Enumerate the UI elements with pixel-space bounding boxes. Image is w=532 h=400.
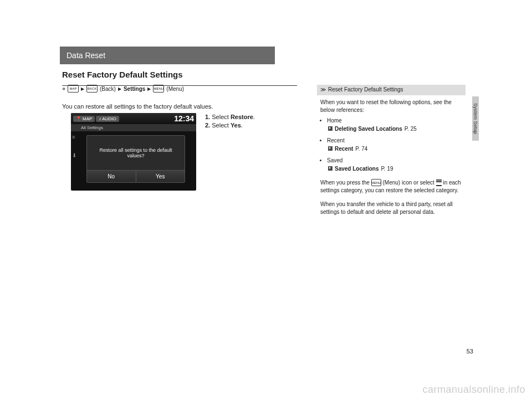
infotainment-side-controls: ≡ ⬇ [72,134,76,158]
step-text: Select [212,114,231,120]
infotainment-subheader: All Settings [71,124,196,131]
cursor-icon: ⌖ [62,85,65,93]
arrow-icon: ▶ [147,86,151,91]
list-item: Recent Recent P. 74 [327,137,462,153]
reference-link: Deleting Saved Locations P. 25 [327,125,462,134]
watermark: carmanualsonline.info [422,384,525,396]
step-target: Restore [231,114,253,120]
page-header-title: Data Reset [66,51,105,60]
step-target: Yes [231,122,241,129]
menu-text: (Menu) [166,86,184,92]
step-number: 1. [205,114,210,120]
tips-sidebar: ≫ Reset Factory Default Settings When yo… [317,85,466,222]
reference-link: Saved Locations P. 19 [327,165,462,173]
section-title: Reset Factory Default Settings [62,70,183,79]
instruction-steps: 1. Select Restore. 2. Select Yes. [205,113,255,130]
item-label: Saved [327,157,342,163]
hamburger-icon: ≡ [72,134,76,140]
infotainment-topbar: 📍MAP ♪AUDIO 12:34 [71,113,196,124]
arrow-icon: ▶ [81,86,84,91]
menu-button-icon: MENU [153,85,164,93]
infotainment-screenshot: 📍MAP ♪AUDIO 12:34 All Settings ≡ ⬇ Resto… [71,113,196,191]
ref-page: P. 74 [355,145,367,153]
step-number: 2. [205,122,210,129]
hamburger-icon-inline [436,180,442,186]
map-tab: 📍MAP [73,116,95,122]
step-1: 1. Select Restore. [205,113,255,121]
page-number: 53 [467,348,473,355]
tips-para-menu: When you press the MENU (Menu) icon or s… [320,179,462,195]
link-icon [328,166,332,171]
audio-tab: ♪AUDIO [96,116,119,122]
map-button-icon: MAP [68,85,79,93]
side-tab-label: System Setup [472,96,479,141]
list-item: Saved Saved Locations P. 19 [327,157,462,173]
ref-title: Deleting Saved Locations [335,125,402,134]
reference-link: Recent P. 74 [327,145,462,153]
item-label: Recent [327,137,345,143]
ref-page: P. 19 [381,165,393,173]
tips-title-bar: ≫ Reset Factory Default Settings [317,85,466,95]
dialog-message: Restore all settings to the default valu… [87,136,185,170]
down-arrow-icon: ⬇ [72,152,76,158]
arrow-icon: ▶ [118,86,121,91]
list-item: Home Deleting Saved Locations P. 25 [327,117,462,134]
page-header: Data Reset [60,47,275,64]
tips-body: When you want to reset the following opt… [317,95,466,217]
info-icon: ≫ [320,86,326,94]
step-text: Select [212,122,231,129]
yes-button[interactable]: Yes [136,171,185,182]
description-text: You can restore all settings to the fact… [62,103,213,110]
ref-title: Saved Locations [335,165,378,173]
no-button[interactable]: No [87,171,136,182]
menu-icon-inline: MENU [371,179,381,186]
tips-para-transfer: When you transfer the vehicle to a third… [320,201,462,217]
back-text: (Back) [100,86,116,92]
step-2: 2. Select Yes. [205,121,255,130]
tips-list: Home Deleting Saved Locations P. 25 Rece… [320,117,462,173]
item-label: Home [327,117,342,124]
ref-page: P. 25 [405,125,417,134]
page: Data Reset Reset Factory Default Setting… [0,0,532,400]
link-icon [328,146,332,151]
dialog-buttons: No Yes [87,170,185,182]
ref-title: Recent [335,145,353,153]
link-icon [328,126,332,131]
back-button-icon: BACK [86,85,98,93]
tips-title-text: Reset Factory Default Settings [328,86,403,94]
clock-display: 12:34 [174,114,194,123]
settings-text: Settings [124,86,145,92]
tips-intro: When you want to reset the following opt… [320,99,462,115]
confirm-dialog: Restore all settings to the default valu… [86,135,185,183]
nav-breadcrumb: ⌖ MAP ▶ BACK (Back) ▶ Settings ▶ MENU (M… [62,85,184,93]
